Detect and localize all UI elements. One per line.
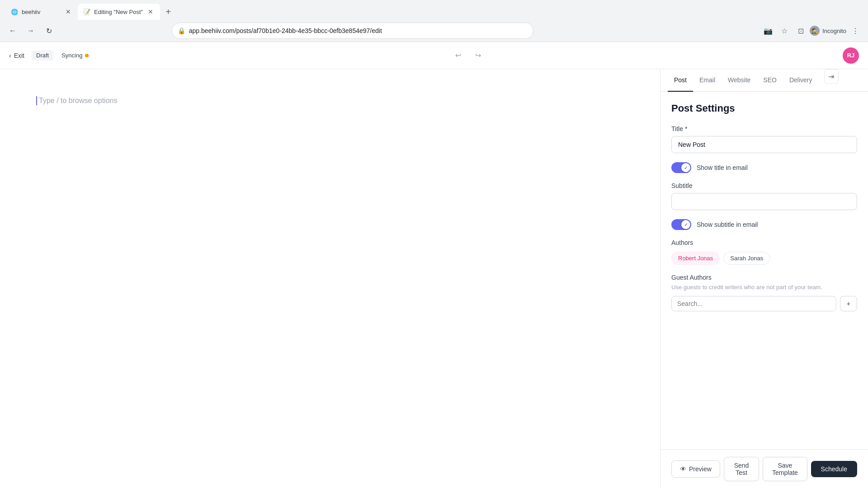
show-subtitle-label: Show subtitle in email [697, 221, 758, 228]
tab-title-editing: Editing "New Post" [94, 9, 143, 15]
avatar-initials: RJ [847, 52, 855, 59]
right-panel: Post Email Website SEO Delivery ⇥ [660, 69, 868, 488]
incognito-button[interactable]: 🕵 Incognito [810, 26, 846, 36]
bookmark-icon[interactable]: ☆ [777, 23, 792, 38]
tab-seo[interactable]: SEO [757, 69, 783, 92]
subtitle-field-group: Subtitle [671, 182, 857, 210]
panel-content: Post Settings Title * Show title in emai… [660, 92, 868, 449]
cursor [36, 96, 37, 105]
new-tab-button[interactable]: + [162, 5, 175, 18]
preview-button[interactable]: 👁 Preview [671, 460, 720, 478]
draft-badge[interactable]: Draft [32, 50, 53, 61]
editor-placeholder: Type / to browse options [36, 96, 624, 105]
more-options-icon[interactable]: ⋮ [848, 23, 863, 38]
camera-icon[interactable]: 📷 [761, 23, 775, 38]
title-field-group: Title * [671, 125, 857, 153]
authors-label: Authors [671, 239, 857, 246]
show-title-label: Show title in email [697, 164, 748, 171]
guest-author-input[interactable] [671, 296, 836, 311]
incognito-label: Incognito [822, 28, 846, 34]
exit-label: Exit [14, 52, 24, 59]
placeholder-text: Type / to browse options [39, 97, 117, 105]
guest-add-button[interactable]: + [840, 296, 857, 311]
app-header: ‹ Exit Draft Syncing ↩ ↪ RJ [0, 42, 868, 69]
tab-favicon-beehiiv: 🌐 [11, 8, 18, 15]
panel-footer: 👁 Preview Send Test Save Template Schedu… [660, 449, 868, 488]
tab-bar: 🌐 beehiiv ✕ 📝 Editing "New Post" ✕ + [0, 0, 868, 20]
browser-chrome: 🌐 beehiiv ✕ 📝 Editing "New Post" ✕ + ← →… [0, 0, 868, 42]
guest-authors-label: Guest Authors [671, 274, 857, 281]
subtitle-toggle-knob [681, 220, 690, 229]
syncing-label: Syncing [61, 52, 82, 59]
header-right: RJ [843, 47, 859, 64]
lock-icon: 🔒 [178, 27, 185, 34]
tab-beehiiv[interactable]: 🌐 beehiiv ✕ [5, 4, 78, 20]
tab-post[interactable]: Post [668, 69, 693, 92]
schedule-button[interactable]: Schedule [811, 461, 857, 477]
save-template-button[interactable]: Save Template [763, 457, 807, 481]
undo-button[interactable]: ↩ [451, 48, 465, 63]
tab-email[interactable]: Email [693, 69, 722, 92]
tab-editing[interactable]: 📝 Editing "New Post" ✕ [78, 4, 160, 20]
draft-label: Draft [36, 52, 49, 59]
browser-actions: 📷 ☆ ⊡ 🕵 Incognito ⋮ [761, 23, 863, 38]
chevron-left-icon: ‹ [9, 52, 11, 59]
forward-button[interactable]: → [24, 23, 38, 38]
expand-icon: ⇥ [828, 72, 834, 81]
author-sarah-jonas[interactable]: Sarah Jonas [723, 252, 770, 265]
title-label: Title * [671, 125, 857, 132]
url-bar[interactable]: 🔒 app.beehiiv.com/posts/af70b1e0-24bb-4e… [172, 23, 533, 39]
authors-section: Authors Robert Jonas Sarah Jonas [671, 239, 857, 265]
required-star: * [685, 125, 687, 132]
toggle-knob [681, 163, 690, 172]
refresh-button[interactable]: ↻ [42, 23, 56, 38]
show-subtitle-toggle-row: Show subtitle in email [671, 219, 857, 230]
url-text: app.beehiiv.com/posts/af70b1e0-24bb-4e35… [189, 27, 528, 34]
exit-button[interactable]: ‹ Exit [9, 52, 24, 59]
authors-list: Robert Jonas Sarah Jonas [671, 252, 857, 265]
back-button[interactable]: ← [5, 23, 20, 38]
panel-tabs: Post Email Website SEO Delivery ⇥ [660, 69, 868, 92]
eye-icon: 👁 [680, 465, 686, 473]
tab-title-beehiiv: beehiiv [22, 9, 61, 15]
avatar[interactable]: RJ [843, 47, 859, 64]
subtitle-input[interactable] [671, 193, 857, 210]
expand-panel-button[interactable]: ⇥ [824, 69, 839, 84]
send-test-button[interactable]: Send Test [724, 457, 760, 481]
profile-icon[interactable]: ⊡ [793, 23, 808, 38]
guest-authors-section: Guest Authors Use guests to credit write… [671, 274, 857, 311]
tab-close-beehiiv[interactable]: ✕ [64, 8, 72, 16]
subtitle-label: Subtitle [671, 182, 857, 189]
tab-favicon-editing: 📝 [83, 8, 90, 15]
redo-button[interactable]: ↪ [471, 48, 485, 63]
tab-close-editing[interactable]: ✕ [146, 8, 155, 16]
show-subtitle-toggle[interactable] [671, 219, 691, 230]
header-center: ↩ ↪ [93, 48, 843, 63]
post-settings-title: Post Settings [671, 103, 857, 114]
title-input[interactable] [671, 136, 857, 153]
tab-website[interactable]: Website [722, 69, 757, 92]
tab-delivery[interactable]: Delivery [783, 69, 819, 92]
guest-authors-desc: Use guests to credit writers who are not… [671, 284, 857, 291]
syncing-badge[interactable]: Syncing [57, 50, 93, 61]
author-robert-jonas[interactable]: Robert Jonas [671, 252, 720, 265]
address-bar: ← → ↻ 🔒 app.beehiiv.com/posts/af70b1e0-2… [0, 20, 868, 42]
show-title-toggle[interactable] [671, 162, 691, 173]
syncing-dot [85, 54, 89, 57]
app: ‹ Exit Draft Syncing ↩ ↪ RJ Type / to br… [0, 42, 868, 488]
guest-input-row: + [671, 296, 857, 311]
editor-area[interactable]: Type / to browse options [0, 69, 660, 488]
show-title-toggle-row: Show title in email [671, 162, 857, 173]
incognito-avatar: 🕵 [810, 26, 820, 36]
main-content: Type / to browse options Post Email Webs… [0, 69, 868, 488]
